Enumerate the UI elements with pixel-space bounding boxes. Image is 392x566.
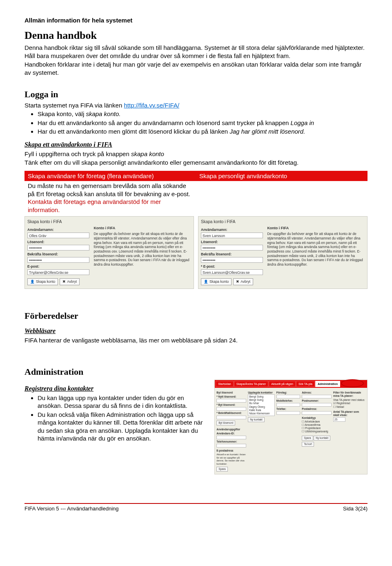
admin-bullet-list: Du kan lägga upp nya kontakter under tid… <box>38 394 206 443</box>
cancel-icon: ✖ <box>62 280 66 284</box>
form-panel-personal: Skapa konto i FIFA Användarnamn: Sven La… <box>198 216 368 289</box>
admin-pass-title: Byt lösenord <box>216 391 246 394</box>
contacts-list[interactable]: Bengt Sving Bengt Sving Bo Ivhar Dagny Ö… <box>248 394 275 416</box>
create-account-subheading: Skapa ett användarkonto i FIFA <box>24 141 368 149</box>
label-confirm: Bekräfta lösenord: <box>201 252 263 257</box>
contact-item[interactable]: Nisse Klemensen <box>249 412 274 415</box>
login-bullet-2: Har du ett användarkonto så anger du anv… <box>38 119 368 127</box>
label-username: Användarnamn: <box>27 228 89 232</box>
tab-start[interactable]: Startsidan <box>216 381 234 387</box>
prep-text: FIFA hanterar de vanligaste webbläsarna,… <box>24 336 368 345</box>
info-title: Konto i FIFA <box>267 226 365 230</box>
account-type-table: Skapa användare för företag (flera använ… <box>24 171 368 217</box>
page-footer: FIFA Version 5 --- Användarhandledning S… <box>24 503 368 512</box>
save-button[interactable]: Spara <box>216 467 227 472</box>
intro-paragraph-2: Handboken förklarar inte i detalj hur ma… <box>24 60 368 76</box>
admin-heading: Administration <box>24 366 368 378</box>
login-bullet-1: Skapa konto, välj skapa konto. <box>38 110 368 118</box>
info-text: De uppgifter du behöver ange för att ska… <box>267 232 365 266</box>
account-form-screenshots: Skapa konto i FIFA Användarnamn: Olles G… <box>24 216 368 289</box>
contact-item[interactable]: Bengt Sving <box>249 398 274 402</box>
cancel-button[interactable]: ✖Avbryt <box>233 278 253 285</box>
prep-subheading: Webbläsare <box>24 327 368 336</box>
label-password: Lösenord: <box>201 240 263 244</box>
input-change-pass[interactable] <box>216 407 246 411</box>
table-cell-personal <box>196 181 368 216</box>
change-pass-button[interactable]: Byt lösenord <box>216 421 235 425</box>
contact-item[interactable]: Dagny Öberg <box>249 405 274 409</box>
label-username: Användarnamn: <box>201 228 263 232</box>
label-confirm: Bekräfta lösenord: <box>27 252 89 257</box>
contact-item[interactable]: Kalle Kula <box>249 409 274 412</box>
create-account-button[interactable]: 👤Skapa konto <box>201 278 232 285</box>
delete-contact-button[interactable]: Ta bort <box>302 442 314 447</box>
admin-bullet-2: Du kan också välja fliken Administration… <box>38 411 206 443</box>
login-heading: Logga in <box>24 89 368 101</box>
label-email-required: * E-post: <box>201 264 263 269</box>
tab-administration[interactable]: Administration <box>315 381 340 387</box>
input-email[interactable]: Sven.Larsson@OllesGrav.se <box>201 269 263 275</box>
admin-subheading: Registrera dina kontakter <box>24 385 206 393</box>
input-confirm-pass[interactable] <box>216 416 246 419</box>
chk-denied[interactable]: ☐ Nekad <box>333 405 365 409</box>
chk-ansvarsfirma[interactable]: ☐ Ansvarsfirma <box>302 423 332 427</box>
admin-tabbar: Startsidan Skapa/Ändra TA-planer Aktuell… <box>215 380 367 388</box>
footer-right: Sida 3(24) <box>343 506 368 512</box>
info-text: De uppgifter du behöver ange för att ska… <box>94 232 191 266</box>
tab-current-road[interactable]: Aktuellt på vägen <box>269 381 296 387</box>
user-add-icon: 👤 <box>30 280 35 284</box>
contact-item[interactable]: Bengt Sving <box>249 395 274 398</box>
chk-arbetsledare[interactable]: ☐ Arbetsledare <box>302 420 332 423</box>
create-account-para-2: Tänk efter om du vill skapa personligt a… <box>24 159 368 167</box>
chk-projektledare[interactable]: ☐ Projektledare <box>302 427 332 430</box>
contact-item[interactable]: Bo Ivhar <box>249 402 274 405</box>
highlight-circle-annotation <box>341 379 364 387</box>
input-count[interactable]: 25 <box>333 417 345 422</box>
chk-registered[interactable]: ☑ Registrerad <box>333 402 365 405</box>
login-bullet-list: Skapa konto, välj skapa konto. Har du et… <box>38 110 368 136</box>
form-panel-company: Skapa konto i FIFA Användarnamn: Olles G… <box>24 216 194 289</box>
save-contact-button[interactable]: Spara <box>302 436 313 441</box>
login-lead-text: Starta systemet nya FIFA via länken <box>24 102 124 109</box>
cancel-button[interactable]: ✖Avbryt <box>60 278 80 285</box>
table-header-personal: Skapa personligt användarkonto <box>196 171 368 181</box>
form-panel-title: Skapa konto i FIFA <box>27 219 191 224</box>
input-confirm[interactable]: •••••••••• <box>201 257 263 263</box>
section-title: Allmän information för hela systemet <box>24 16 368 25</box>
chk-utbildning[interactable]: ☐ Utbildningsansvarig <box>302 430 332 433</box>
info-title: Konto i FIFA <box>94 226 191 230</box>
tab-create-ta[interactable]: Skapa/Ändra TA-planer <box>234 381 269 387</box>
input-new-pass[interactable] <box>216 399 246 403</box>
admin-bullet-1: Du kan lägga upp nya kontakter under tid… <box>38 394 206 410</box>
cancel-icon: ✖ <box>236 280 239 284</box>
tab-search-ta[interactable]: Sök TA-pla <box>296 381 315 387</box>
input-confirm[interactable]: •••••••••• <box>27 257 89 263</box>
input-password[interactable]: •••••••••• <box>27 245 89 251</box>
footer-left: FIFA Version 5 --- Användarhandledning <box>24 506 119 512</box>
input-username[interactable]: Olles Gräv <box>27 233 89 238</box>
prep-heading: Förberedelser <box>24 310 368 322</box>
contacts-title: Upplagda kontakter <box>248 391 275 394</box>
input-username[interactable]: Sven Larsson <box>201 233 263 238</box>
new-contact-button-2[interactable]: Ny kontakt <box>314 436 330 441</box>
label-password: Lösenord: <box>27 240 89 244</box>
create-account-button[interactable]: 👤Skapa konto <box>27 278 58 285</box>
table-cell-company: Du måste nu ha en gemensam brevlåda som … <box>24 181 196 216</box>
input-email[interactable]: TAplaner@OllesGräv.se <box>27 269 89 275</box>
login-lead: Starta systemet nya FIFA via länken http… <box>24 101 368 110</box>
label-email: E-post: <box>27 264 89 269</box>
table-header-company: Skapa användare för företag (flera använ… <box>24 171 196 181</box>
form-panel-title: Skapa konto i FIFA <box>201 219 365 224</box>
intro-paragraph-1: Denna handbok riktar sig till såväl söka… <box>24 44 368 60</box>
intro-heading: Denna handbok <box>24 29 368 43</box>
create-account-para-1: Fyll i uppgifterna och tryck på knappen … <box>24 150 368 158</box>
admin-screenshot: Startsidan Skapa/Ändra TA-planer Aktuell… <box>214 380 368 474</box>
new-contact-button[interactable]: Ny kontakt <box>248 417 265 422</box>
fifa-link[interactable]: http://fifa.vv.se/FIFA/ <box>124 102 179 109</box>
user-add-icon: 👤 <box>204 280 208 284</box>
input-password[interactable]: •••••••••• <box>201 245 263 251</box>
login-bullet-3: Har du ett användarkonto men glömt ditt … <box>38 128 368 136</box>
